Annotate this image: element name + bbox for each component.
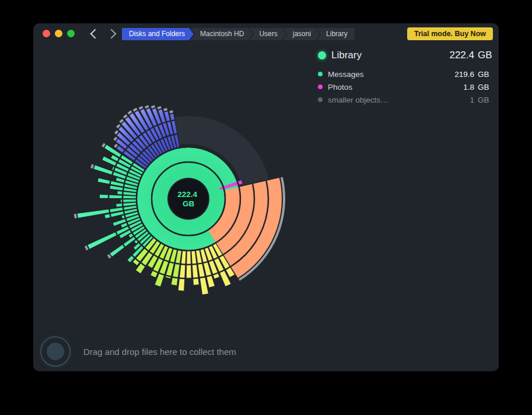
back-icon[interactable] (90, 29, 100, 39)
legend-unit: GB (478, 70, 493, 79)
green-bars-cap[interactable] (107, 254, 111, 259)
minimize-button[interactable] (55, 30, 62, 37)
breadcrumb-library[interactable]: Library (316, 28, 355, 40)
window-controls (43, 30, 75, 37)
blue-bars-cap[interactable] (163, 108, 167, 111)
breadcrumb: Disks and Folders Macintosh HD Users jas… (122, 28, 355, 40)
legend-value: 219.6 (444, 70, 474, 79)
green-bars[interactable] (117, 191, 136, 195)
legend-value: 1 (444, 96, 474, 104)
legend-label: Photos (328, 83, 444, 92)
dropzone-hint: Drag and drop files here to collect them (83, 347, 236, 357)
legend-label: smaller objects… (328, 96, 444, 104)
blue-bars-cap[interactable] (113, 136, 117, 140)
blue-bars-cap[interactable] (133, 108, 138, 112)
legend-row-smaller-objects[interactable]: smaller objects… 1 GB (318, 93, 493, 106)
blue-bars-cap[interactable] (151, 105, 155, 108)
legend: Library 222.4 GB Messages 219.6 GB Photo… (318, 47, 493, 106)
blue-bars-cap[interactable] (157, 106, 161, 110)
breadcrumb-macintosh-hd[interactable]: Macintosh HD (190, 28, 253, 40)
desktop: Disks and Folders Macintosh HD Users jas… (0, 0, 532, 415)
blue-bars-cap[interactable] (116, 124, 121, 128)
blue-bars-cap[interactable] (114, 130, 118, 134)
green-bars-cap[interactable] (90, 164, 94, 169)
close-button[interactable] (43, 30, 50, 37)
buy-now-button[interactable]: Trial mode. Buy Now (407, 27, 493, 40)
blue-bars-cap[interactable] (145, 105, 149, 108)
legend-value: 222.4 (444, 50, 474, 61)
legend-row-photos[interactable]: Photos 1.8 GB (318, 80, 493, 93)
legend-label: Library (331, 50, 444, 61)
blue-bars-cap[interactable] (114, 144, 118, 148)
collector-icon (40, 336, 71, 367)
green-bars-cap[interactable] (74, 214, 77, 219)
sunburst-chart[interactable]: 222.4 GB (48, 59, 328, 339)
blue-bars-cap[interactable] (119, 119, 124, 123)
blue-bars-cap[interactable] (128, 110, 132, 114)
legend-dot-library (318, 51, 326, 59)
legend-row-library[interactable]: Library 222.4 GB (318, 47, 493, 64)
legend-value: 1.8 (444, 83, 474, 92)
zoom-button[interactable] (67, 30, 75, 37)
blue-bars-cap[interactable] (139, 106, 144, 110)
legend-row-messages[interactable]: Messages 219.6 GB (318, 68, 493, 80)
legend-unit: GB (478, 96, 493, 104)
breadcrumb-disks-and-folders[interactable]: Disks and Folders (122, 28, 194, 40)
collector-dropzone[interactable]: Drag and drop files here to collect them (40, 336, 236, 367)
green-bars-cap[interactable] (85, 245, 89, 251)
blue-bars-cap[interactable] (169, 110, 173, 113)
forward-icon[interactable] (107, 29, 117, 39)
daisydisk-window: Disks and Folders Macintosh HD Users jas… (33, 23, 499, 371)
legend-label: Messages (328, 70, 444, 79)
chart-center-hole (169, 179, 208, 219)
collector-icon-core (47, 343, 64, 360)
breadcrumb-jasoni[interactable]: jasoni (283, 28, 320, 40)
green-bars-cap[interactable] (102, 143, 106, 147)
legend-unit: GB (478, 50, 493, 61)
breadcrumb-users[interactable]: Users (249, 28, 286, 40)
legend-unit: GB (478, 83, 493, 92)
blue-bars-cap[interactable] (123, 114, 128, 118)
green-bars[interactable] (100, 195, 136, 198)
